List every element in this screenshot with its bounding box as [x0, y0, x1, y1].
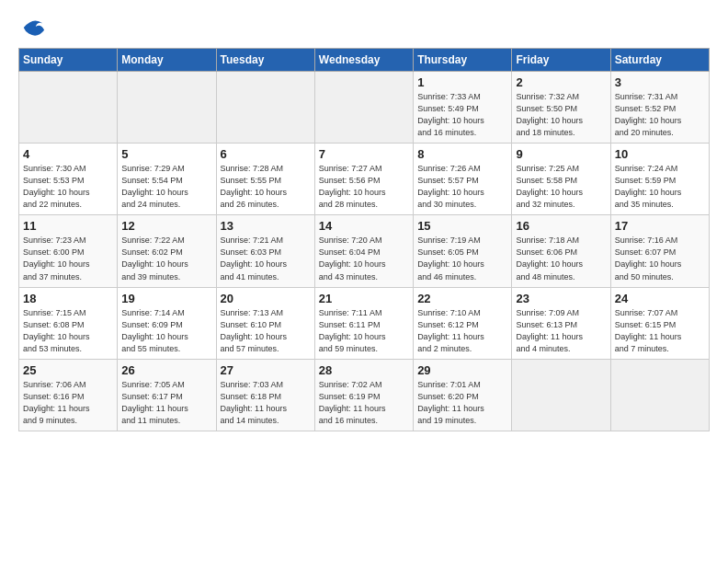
day-number: 23	[516, 292, 606, 305]
col-header-sunday: Sunday	[19, 49, 118, 72]
day-number: 10	[615, 147, 705, 161]
day-number: 17	[615, 219, 705, 233]
day-info: Sunrise: 7:02 AM Sunset: 6:19 PM Dayligh…	[319, 379, 409, 427]
day-number: 14	[319, 219, 409, 233]
day-cell: 28Sunrise: 7:02 AM Sunset: 6:19 PM Dayli…	[314, 359, 413, 431]
day-info: Sunrise: 7:09 AM Sunset: 6:13 PM Dayligh…	[516, 307, 606, 355]
day-info: Sunrise: 7:20 AM Sunset: 6:04 PM Dayligh…	[319, 235, 409, 282]
day-cell: 2Sunrise: 7:32 AM Sunset: 5:50 PM Daylig…	[512, 72, 610, 144]
day-number: 9	[516, 147, 606, 161]
day-info: Sunrise: 7:33 AM Sunset: 5:49 PM Dayligh…	[417, 91, 507, 139]
day-info: Sunrise: 7:14 AM Sunset: 6:09 PM Dayligh…	[121, 307, 211, 355]
day-number: 15	[417, 219, 507, 233]
day-info: Sunrise: 7:31 AM Sunset: 5:52 PM Dayligh…	[615, 91, 705, 139]
day-info: Sunrise: 7:15 AM Sunset: 6:08 PM Dayligh…	[23, 307, 113, 355]
day-cell: 8Sunrise: 7:26 AM Sunset: 5:57 PM Daylig…	[414, 144, 512, 215]
day-number: 26	[121, 363, 211, 377]
day-cell: 29Sunrise: 7:01 AM Sunset: 6:20 PM Dayli…	[414, 359, 512, 431]
day-cell	[19, 72, 118, 144]
day-cell: 9Sunrise: 7:25 AM Sunset: 5:58 PM Daylig…	[512, 144, 610, 215]
week-row-1: 1Sunrise: 7:33 AM Sunset: 5:49 PM Daylig…	[19, 72, 710, 144]
day-cell	[216, 72, 314, 144]
day-info: Sunrise: 7:06 AM Sunset: 6:16 PM Dayligh…	[23, 379, 113, 427]
day-number: 6	[221, 147, 311, 161]
day-info: Sunrise: 7:24 AM Sunset: 5:59 PM Dayligh…	[615, 163, 705, 211]
day-cell: 15Sunrise: 7:19 AM Sunset: 6:05 PM Dayli…	[414, 215, 512, 287]
day-cell: 26Sunrise: 7:05 AM Sunset: 6:17 PM Dayli…	[118, 359, 216, 431]
day-number: 28	[319, 363, 409, 377]
day-number: 1	[417, 75, 507, 89]
day-info: Sunrise: 7:19 AM Sunset: 6:05 PM Dayligh…	[417, 235, 507, 282]
day-info: Sunrise: 7:27 AM Sunset: 5:56 PM Dayligh…	[319, 163, 409, 211]
week-row-3: 11Sunrise: 7:23 AM Sunset: 6:00 PM Dayli…	[19, 215, 710, 287]
day-info: Sunrise: 7:18 AM Sunset: 6:06 PM Dayligh…	[516, 235, 606, 282]
day-number: 20	[221, 292, 311, 305]
calendar-body: 1Sunrise: 7:33 AM Sunset: 5:49 PM Daylig…	[19, 72, 710, 431]
day-info: Sunrise: 7:32 AM Sunset: 5:50 PM Dayligh…	[516, 91, 606, 139]
day-number: 2	[516, 75, 606, 89]
day-cell: 21Sunrise: 7:11 AM Sunset: 6:11 PM Dayli…	[314, 287, 413, 359]
day-info: Sunrise: 7:13 AM Sunset: 6:10 PM Dayligh…	[221, 307, 311, 355]
day-number: 12	[121, 219, 211, 233]
day-cell: 19Sunrise: 7:14 AM Sunset: 6:09 PM Dayli…	[118, 287, 216, 359]
day-cell: 13Sunrise: 7:21 AM Sunset: 6:03 PM Dayli…	[216, 215, 314, 287]
day-info: Sunrise: 7:22 AM Sunset: 6:02 PM Dayligh…	[121, 235, 211, 282]
day-cell: 25Sunrise: 7:06 AM Sunset: 6:16 PM Dayli…	[19, 359, 118, 431]
day-info: Sunrise: 7:30 AM Sunset: 5:53 PM Dayligh…	[23, 163, 113, 211]
day-number: 4	[23, 147, 113, 161]
day-number: 11	[23, 219, 113, 233]
day-info: Sunrise: 7:05 AM Sunset: 6:17 PM Dayligh…	[121, 379, 211, 427]
day-number: 8	[417, 147, 507, 161]
day-number: 13	[221, 219, 311, 233]
week-row-4: 18Sunrise: 7:15 AM Sunset: 6:08 PM Dayli…	[19, 287, 710, 359]
day-cell: 3Sunrise: 7:31 AM Sunset: 5:52 PM Daylig…	[610, 72, 709, 144]
col-header-tuesday: Tuesday	[216, 49, 314, 72]
day-number: 19	[121, 292, 211, 305]
day-number: 18	[23, 292, 113, 305]
day-cell: 12Sunrise: 7:22 AM Sunset: 6:02 PM Dayli…	[118, 215, 216, 287]
col-header-wednesday: Wednesday	[314, 49, 413, 72]
day-cell: 22Sunrise: 7:10 AM Sunset: 6:12 PM Dayli…	[414, 287, 512, 359]
day-number: 29	[417, 363, 507, 377]
day-cell: 6Sunrise: 7:28 AM Sunset: 5:55 PM Daylig…	[216, 144, 314, 215]
day-number: 5	[121, 147, 211, 161]
day-cell: 1Sunrise: 7:33 AM Sunset: 5:49 PM Daylig…	[414, 72, 512, 144]
col-header-friday: Friday	[512, 49, 610, 72]
day-cell: 4Sunrise: 7:30 AM Sunset: 5:53 PM Daylig…	[19, 144, 118, 215]
day-cell: 10Sunrise: 7:24 AM Sunset: 5:59 PM Dayli…	[610, 144, 709, 215]
week-row-2: 4Sunrise: 7:30 AM Sunset: 5:53 PM Daylig…	[19, 144, 710, 215]
day-number: 7	[319, 147, 409, 161]
day-cell	[314, 72, 413, 144]
day-cell: 14Sunrise: 7:20 AM Sunset: 6:04 PM Dayli…	[314, 215, 413, 287]
day-info: Sunrise: 7:16 AM Sunset: 6:07 PM Dayligh…	[615, 235, 705, 282]
day-cell	[610, 359, 709, 431]
logo	[18, 15, 46, 40]
day-number: 22	[417, 292, 507, 305]
header	[18, 15, 710, 40]
day-cell	[118, 72, 216, 144]
day-cell: 11Sunrise: 7:23 AM Sunset: 6:00 PM Dayli…	[19, 215, 118, 287]
day-cell: 7Sunrise: 7:27 AM Sunset: 5:56 PM Daylig…	[314, 144, 413, 215]
day-info: Sunrise: 7:21 AM Sunset: 6:03 PM Dayligh…	[221, 235, 311, 282]
day-cell: 24Sunrise: 7:07 AM Sunset: 6:15 PM Dayli…	[610, 287, 709, 359]
day-info: Sunrise: 7:03 AM Sunset: 6:18 PM Dayligh…	[221, 379, 311, 427]
day-info: Sunrise: 7:28 AM Sunset: 5:55 PM Dayligh…	[221, 163, 311, 211]
day-number: 3	[615, 75, 705, 89]
calendar-container: SundayMondayTuesdayWednesdayThursdayFrid…	[0, 0, 728, 441]
day-info: Sunrise: 7:07 AM Sunset: 6:15 PM Dayligh…	[615, 307, 705, 355]
day-info: Sunrise: 7:29 AM Sunset: 5:54 PM Dayligh…	[121, 163, 211, 211]
day-cell: 23Sunrise: 7:09 AM Sunset: 6:13 PM Dayli…	[512, 287, 610, 359]
col-header-saturday: Saturday	[610, 49, 709, 72]
col-header-thursday: Thursday	[414, 49, 512, 72]
day-number: 25	[23, 363, 113, 377]
day-info: Sunrise: 7:26 AM Sunset: 5:57 PM Dayligh…	[417, 163, 507, 211]
day-info: Sunrise: 7:01 AM Sunset: 6:20 PM Dayligh…	[417, 379, 507, 427]
day-number: 16	[516, 219, 606, 233]
day-info: Sunrise: 7:25 AM Sunset: 5:58 PM Dayligh…	[516, 163, 606, 211]
day-info: Sunrise: 7:10 AM Sunset: 6:12 PM Dayligh…	[417, 307, 507, 355]
day-cell: 18Sunrise: 7:15 AM Sunset: 6:08 PM Dayli…	[19, 287, 118, 359]
week-row-5: 25Sunrise: 7:06 AM Sunset: 6:16 PM Dayli…	[19, 359, 710, 431]
logo-icon	[20, 15, 46, 40]
day-info: Sunrise: 7:23 AM Sunset: 6:00 PM Dayligh…	[23, 235, 113, 282]
day-cell: 5Sunrise: 7:29 AM Sunset: 5:54 PM Daylig…	[118, 144, 216, 215]
